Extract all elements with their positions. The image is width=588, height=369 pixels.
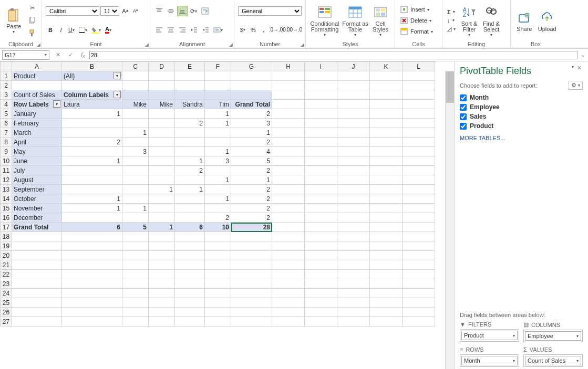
cell-K3[interactable]	[370, 90, 403, 100]
cell-J21[interactable]	[337, 260, 370, 270]
formula-input[interactable]	[89, 51, 577, 59]
cell-B11[interactable]	[62, 166, 122, 175]
cell-J15[interactable]	[337, 204, 370, 213]
cell-I8[interactable]	[305, 138, 337, 147]
cell-A20[interactable]	[12, 251, 62, 260]
cell-J24[interactable]	[337, 289, 370, 298]
cell-B16[interactable]	[62, 213, 122, 223]
cell-K25[interactable]	[370, 298, 403, 308]
enter-formula-button[interactable]: ✓	[64, 51, 77, 58]
cell-I19[interactable]	[305, 241, 337, 251]
fx-button[interactable]: fx	[77, 51, 89, 59]
cell-E26[interactable]	[175, 308, 205, 317]
cell-E4[interactable]: Sandra	[175, 100, 205, 109]
cell-H2[interactable]	[272, 81, 305, 90]
cell-F2[interactable]	[205, 81, 231, 90]
cell-F25[interactable]	[205, 298, 231, 308]
cell-G10[interactable]: 5	[231, 156, 272, 166]
cell-I1[interactable]	[305, 71, 337, 81]
cell-E6[interactable]: 2	[175, 119, 205, 128]
cell-I7[interactable]	[305, 128, 337, 138]
cell-L2[interactable]	[403, 81, 435, 90]
cell-G13[interactable]: 2	[231, 185, 272, 194]
number-dialog-launcher[interactable]: ◢	[301, 42, 304, 47]
cell-I27[interactable]	[305, 317, 337, 326]
cell-E1[interactable]	[175, 71, 205, 81]
accounting-button[interactable]: $▾	[238, 25, 247, 35]
select-all-corner[interactable]	[1, 62, 12, 71]
clipboard-dialog-launcher[interactable]: ◢	[37, 42, 40, 47]
row-header-27[interactable]: 27	[1, 317, 12, 326]
decrease-font-button[interactable]: A▾	[131, 6, 140, 16]
rows-dropzone[interactable]: Month▾	[460, 354, 519, 367]
cell-K10[interactable]	[370, 156, 403, 166]
border-button[interactable]: ▾	[77, 25, 89, 35]
cell-C25[interactable]	[122, 298, 149, 308]
row-header-22[interactable]: 22	[1, 270, 12, 279]
cell-G24[interactable]	[231, 289, 272, 298]
cell-G23[interactable]	[231, 279, 272, 289]
cell-L25[interactable]	[403, 298, 435, 308]
increase-indent-button[interactable]	[200, 25, 211, 35]
upload-button[interactable]: Upload	[536, 1, 559, 40]
cell-I22[interactable]	[305, 270, 337, 279]
cell-D3[interactable]	[149, 90, 175, 100]
cell-J20[interactable]	[337, 251, 370, 260]
row-header-23[interactable]: 23	[1, 279, 12, 289]
cell-styles-button[interactable]: Cell Styles▾	[369, 1, 392, 40]
row-header-24[interactable]: 24	[1, 289, 12, 298]
cell-D22[interactable]	[149, 270, 175, 279]
cell-H17[interactable]	[272, 223, 305, 232]
cell-L16[interactable]	[403, 213, 435, 223]
cell-B14[interactable]: 1	[62, 194, 122, 204]
cell-D10[interactable]	[149, 156, 175, 166]
field-month[interactable]: Month	[460, 93, 583, 102]
cell-E24[interactable]	[175, 289, 205, 298]
cell-J10[interactable]	[337, 156, 370, 166]
cell-H26[interactable]	[272, 308, 305, 317]
cell-H11[interactable]	[272, 166, 305, 175]
cell-K9[interactable]	[370, 147, 403, 156]
cell-K8[interactable]	[370, 138, 403, 147]
cell-L12[interactable]	[403, 175, 435, 185]
row-header-1[interactable]: 1	[1, 71, 12, 81]
cell-A1[interactable]: Product	[12, 71, 62, 81]
cell-C18[interactable]	[122, 232, 149, 241]
cell-I23[interactable]	[305, 279, 337, 289]
cell-J26[interactable]	[337, 308, 370, 317]
align-middle-button[interactable]	[166, 6, 176, 16]
cell-E7[interactable]	[175, 128, 205, 138]
cell-B12[interactable]	[62, 175, 122, 185]
cell-D14[interactable]	[149, 194, 175, 204]
cell-F8[interactable]	[205, 138, 231, 147]
cell-J18[interactable]	[337, 232, 370, 241]
cell-G26[interactable]	[231, 308, 272, 317]
cell-J11[interactable]	[337, 166, 370, 175]
cell-F4[interactable]: Tim	[205, 100, 231, 109]
cell-H13[interactable]	[272, 185, 305, 194]
cell-G4[interactable]: Grand Total	[231, 100, 272, 109]
cell-K23[interactable]	[370, 279, 403, 289]
cell-E20[interactable]	[175, 251, 205, 260]
conditional-formatting-button[interactable]: Conditional Formatting▾	[308, 1, 342, 40]
cell-D21[interactable]	[149, 260, 175, 270]
cell-J22[interactable]	[337, 270, 370, 279]
row-header-17[interactable]: 17	[1, 223, 12, 232]
cell-D18[interactable]	[149, 232, 175, 241]
cell-I16[interactable]	[305, 213, 337, 223]
cell-H8[interactable]	[272, 138, 305, 147]
cell-B7[interactable]	[62, 128, 122, 138]
cell-C1[interactable]	[122, 71, 149, 81]
cell-I9[interactable]	[305, 147, 337, 156]
col-header-I[interactable]: I	[305, 62, 337, 71]
cell-D8[interactable]	[149, 138, 175, 147]
cell-H25[interactable]	[272, 298, 305, 308]
cell-H24[interactable]	[272, 289, 305, 298]
col-header-C[interactable]: C	[122, 62, 149, 71]
cell-C4[interactable]: Mike	[122, 100, 149, 109]
cell-D13[interactable]: 1	[149, 185, 175, 194]
cell-G19[interactable]	[231, 241, 272, 251]
field-checkbox-month[interactable]	[460, 94, 467, 101]
cell-H7[interactable]	[272, 128, 305, 138]
cell-B17[interactable]: 6	[62, 223, 122, 232]
